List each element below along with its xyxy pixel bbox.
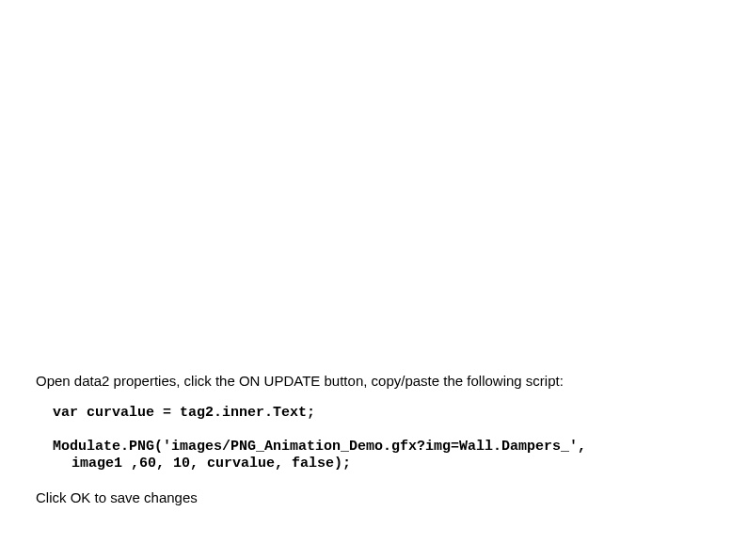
- instruction-text-click-ok: Click OK to save changes: [36, 489, 713, 505]
- instruction-text-open-properties: Open data2 properties, click the ON UPDA…: [36, 373, 713, 389]
- code-line-1-var-declaration: var curvalue = tag2.inner.Text;: [53, 405, 730, 421]
- code-line-3-modulate-args: image1 ,60, 10, curvalue, false);: [72, 456, 747, 472]
- code-line-2-modulate-call: Modulate.PNG('images/PNG_Animation_Demo.…: [53, 439, 730, 455]
